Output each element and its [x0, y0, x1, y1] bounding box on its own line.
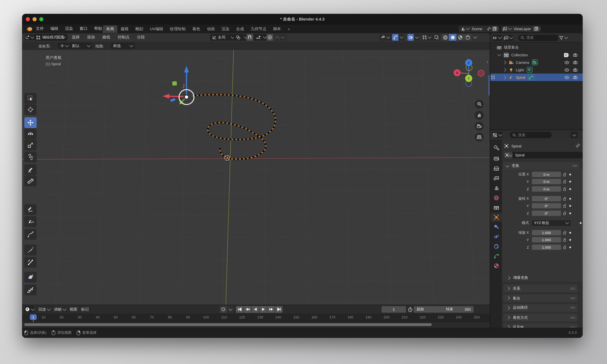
panel-grip[interactable] [570, 287, 575, 289]
delta-transform-row[interactable]: 增量变换 [502, 274, 583, 282]
animate-dot[interactable] [569, 188, 571, 190]
show-gizmo-button[interactable] [392, 34, 399, 41]
tool-scale[interactable] [24, 140, 37, 150]
animate-dot[interactable] [569, 232, 571, 234]
keying-menu[interactable]: 插帧 [52, 306, 71, 312]
scene-selector[interactable]: Scene [459, 26, 499, 32]
properties-tab-physics[interactable] [490, 242, 502, 251]
properties-tab-collection[interactable] [490, 203, 502, 212]
panel-运动路径[interactable]: 运动路径 [503, 304, 578, 312]
outliner-row-scene-collection[interactable]: 场景集合 [490, 44, 583, 51]
transform-value-field[interactable]: 1.000 [532, 244, 561, 250]
lock-icon[interactable] [563, 238, 567, 242]
animate-dot[interactable] [569, 181, 571, 182]
shading-material-button[interactable] [456, 34, 464, 41]
new-viewlayer-copy-icon[interactable] [533, 26, 539, 31]
tool-shear[interactable] [24, 272, 37, 283]
lock-icon[interactable] [563, 211, 567, 215]
workspace-tab-UV编辑[interactable]: UV编辑 [147, 25, 166, 33]
timeline-scrollbar[interactable] [24, 323, 432, 326]
panel-着色方式[interactable]: 着色方式 [503, 314, 578, 321]
rotation-mode-dropdown[interactable]: XYZ 欧拉 [532, 220, 571, 226]
shading-wireframe-button[interactable] [441, 34, 449, 41]
properties-tab-object[interactable] [490, 213, 502, 222]
current-frame-pill[interactable]: 1 [30, 314, 37, 320]
hide-in-viewport-toggle[interactable] [564, 68, 569, 71]
properties-editor-type-button[interactable] [492, 132, 502, 138]
menu-渲染[interactable]: 渲染 [62, 26, 76, 31]
properties-tab-world[interactable] [490, 193, 502, 202]
panel-grip[interactable] [570, 297, 575, 299]
jump-to-end-button[interactable] [275, 306, 283, 313]
hide-in-viewport-toggle[interactable] [564, 53, 569, 57]
timeline-editor-type-button[interactable] [25, 306, 34, 312]
outliner-row-Collection[interactable]: Collection✓ [490, 51, 583, 59]
outliner-row-Spiral[interactable]: Spiral [490, 74, 583, 81]
properties-tab-modifiers[interactable] [490, 222, 502, 232]
tool-curve-pen[interactable] [24, 216, 37, 227]
editor-type-button[interactable] [25, 34, 34, 40]
transform-value-field[interactable]: 0° [532, 203, 561, 209]
auto-keying-button[interactable] [220, 306, 227, 313]
tool-move[interactable] [24, 117, 37, 128]
tool-annotate[interactable] [24, 164, 37, 175]
disable-in-renders-toggle[interactable] [573, 53, 578, 57]
transform-value-field[interactable]: 0 m [532, 179, 561, 184]
camera-view-button[interactable] [475, 121, 484, 130]
transform-value-field[interactable]: 0 m [532, 186, 561, 192]
properties-tab-scene[interactable] [490, 184, 502, 193]
falloff-dropdown[interactable] [274, 34, 287, 41]
menu-文件[interactable]: 文件 [32, 26, 47, 31]
expand-icon[interactable] [503, 61, 506, 64]
viewport-menu-添加[interactable]: 添加 [83, 35, 99, 40]
mesh-edit-overlay-dropdown[interactable] [421, 34, 434, 41]
workspace-tab-建模[interactable]: 建模 [117, 25, 132, 33]
workspace-tab-动画[interactable]: 动画 [204, 25, 218, 33]
tool-select-box[interactable] [24, 93, 37, 104]
animate-dot[interactable] [569, 246, 571, 248]
show-overlays-button[interactable] [407, 34, 414, 41]
tool-measure[interactable] [24, 175, 37, 186]
menu-窗口[interactable]: 窗口 [76, 26, 91, 31]
viewport-menu-控制点[interactable]: 控制点 [114, 35, 133, 40]
collapse-icon[interactable] [497, 52, 501, 56]
properties-tab-material[interactable] [490, 261, 502, 270]
hide-in-viewport-toggle[interactable] [564, 76, 569, 79]
lock-icon[interactable] [563, 231, 567, 235]
blender-logo-icon[interactable] [26, 26, 33, 32]
disable-in-renders-toggle[interactable] [573, 75, 578, 79]
orientation-default-dropdown[interactable]: 默认 [70, 43, 92, 49]
workspace-tab-脚本[interactable]: 脚本 [270, 25, 284, 33]
add-workspace-button[interactable]: + [284, 26, 293, 32]
hide-in-viewport-toggle[interactable] [564, 61, 569, 64]
jump-to-start-button[interactable] [236, 306, 243, 313]
snap-settings-dropdown[interactable] [253, 34, 268, 41]
workspace-tab-渲染[interactable]: 渲染 [218, 25, 233, 33]
lock-icon[interactable] [563, 172, 567, 176]
shading-solid-button[interactable] [449, 34, 456, 41]
panel-集合[interactable]: 集合 [503, 294, 578, 302]
timeline-marker-menu[interactable]: 标记 [81, 307, 89, 312]
visibility-dropdown[interactable] [379, 34, 392, 41]
shading-dropdown[interactable] [472, 34, 478, 41]
workspace-tab-纹理绘制[interactable]: 纹理绘制 [166, 25, 189, 33]
viewport-menu-选择[interactable]: 选择 [68, 35, 83, 40]
viewport-scrollbar[interactable] [488, 75, 489, 95]
animate-dot[interactable] [569, 198, 571, 200]
orthographic-toggle-button[interactable] [475, 132, 484, 141]
gizmo-dropdown[interactable] [399, 34, 404, 41]
properties-tab-tool[interactable] [490, 143, 502, 152]
tool-rotate[interactable] [24, 129, 37, 139]
animate-dot[interactable] [569, 173, 571, 175]
timeline-ruler[interactable]: 1 10203040506070809010011012013014015016… [22, 314, 490, 322]
tool-extrude[interactable] [24, 229, 37, 240]
camera-data-badge[interactable] [532, 59, 538, 65]
navigation-gizmo[interactable]: Z X Y [454, 59, 484, 86]
toggle-xray-button[interactable] [433, 34, 440, 41]
workspace-tab-合成[interactable]: 合成 [233, 25, 247, 33]
properties-tab-particles[interactable] [490, 232, 502, 241]
properties-search-box[interactable]: 搜索 [510, 132, 552, 138]
viewport-menu-分段[interactable]: 分段 [133, 35, 149, 40]
expand-icon[interactable] [503, 75, 506, 79]
tool-randomize[interactable] [24, 284, 37, 295]
